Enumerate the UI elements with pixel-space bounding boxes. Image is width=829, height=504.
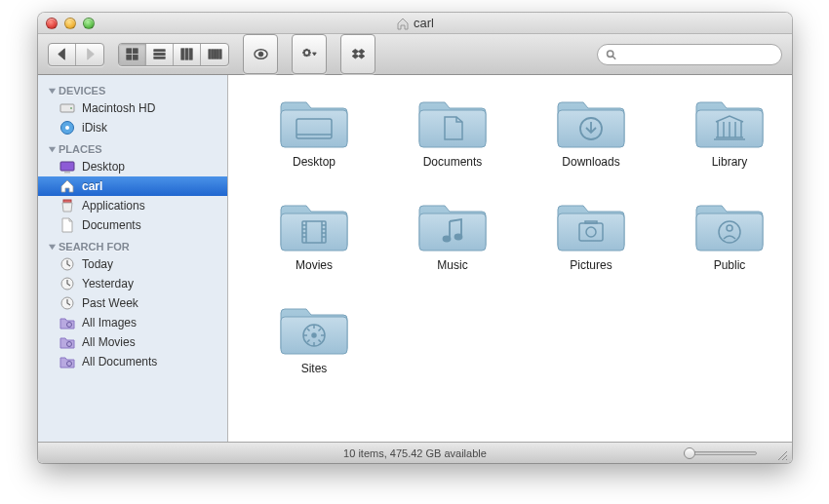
forward-button[interactable]: [76, 44, 103, 65]
sidebar-item-label: Applications: [82, 199, 145, 213]
home-icon: [59, 178, 75, 194]
svg-rect-21: [302, 52, 304, 54]
folder-label: Pictures: [570, 258, 612, 272]
minimize-button[interactable]: [64, 18, 76, 29]
sidebar-item-all-images[interactable]: All Images: [38, 313, 227, 332]
sidebar-item-label: Today: [82, 257, 113, 271]
window-title-text: carl: [414, 16, 434, 30]
folder-label: Library: [712, 155, 748, 169]
folder-label: Desktop: [293, 155, 336, 169]
status-bar: 10 items, 475.42 GB available: [38, 442, 792, 463]
sidebar-item-documents[interactable]: Documents: [38, 215, 227, 235]
toolbar: [38, 34, 792, 75]
zoom-button[interactable]: [83, 18, 95, 29]
smart-folder-icon: [59, 334, 75, 350]
home-icon: [396, 17, 410, 30]
disclosure-triangle-icon: [48, 145, 57, 154]
svg-rect-26: [307, 50, 309, 52]
folder-label: Documents: [423, 155, 483, 169]
search-field[interactable]: [597, 44, 782, 65]
hdd-icon: [59, 100, 75, 116]
view-mode-buttons: [118, 43, 229, 66]
disclosure-triangle-icon: [48, 87, 57, 96]
folder-public[interactable]: Public: [671, 196, 788, 272]
svg-rect-5: [154, 50, 165, 52]
svg-rect-33: [60, 162, 74, 171]
list-view-button[interactable]: [146, 44, 174, 65]
dropbox-button[interactable]: [340, 34, 375, 74]
svg-rect-15: [219, 50, 221, 58]
folder-icon: [417, 93, 488, 149]
sidebar-item-label: Macintosh HD: [82, 101, 155, 115]
svg-point-56: [444, 237, 451, 242]
sidebar: DEVICES Macintosh HD iDisk PLACES Deskto…: [38, 75, 228, 442]
resize-handle[interactable]: [775, 448, 788, 461]
folder-icon: [417, 196, 488, 252]
column-view-button[interactable]: [174, 44, 201, 65]
search-input[interactable]: [620, 49, 773, 60]
folder-icon: [556, 196, 626, 252]
action-menu-button[interactable]: [292, 34, 327, 74]
svg-rect-23: [303, 50, 305, 52]
content-area[interactable]: Desktop Documents Downloads Library Movi: [228, 75, 792, 442]
applications-icon: [59, 198, 75, 213]
folder-downloads[interactable]: Downloads: [533, 93, 650, 169]
sidebar-item-label: All Movies: [82, 335, 136, 349]
sidebar-item-today[interactable]: Today: [38, 254, 227, 274]
sidebar-header-search[interactable]: SEARCH FOR: [38, 235, 227, 254]
sidebar-item-label: carl: [82, 179, 102, 193]
svg-rect-19: [305, 49, 307, 51]
sidebar-item-label: iDisk: [82, 121, 107, 135]
svg-rect-2: [133, 49, 138, 54]
status-text: 10 items, 475.42 GB available: [343, 447, 487, 459]
sidebar-item-all-documents[interactable]: All Documents: [38, 352, 227, 371]
folder-icon: [694, 196, 765, 252]
icon-view-button[interactable]: [119, 44, 146, 65]
svg-line-66: [786, 459, 787, 460]
folder-library[interactable]: Library: [671, 93, 788, 169]
svg-rect-14: [217, 50, 218, 58]
svg-line-28: [612, 56, 615, 58]
sidebar-item-idisk[interactable]: iDisk: [38, 118, 227, 137]
svg-point-17: [258, 52, 263, 57]
folder-pictures[interactable]: Pictures: [533, 196, 650, 272]
svg-rect-1: [127, 49, 132, 54]
sidebar-item-all-movies[interactable]: All Movies: [38, 332, 227, 352]
svg-rect-11: [208, 50, 210, 58]
svg-rect-22: [308, 52, 310, 54]
quicklook-button[interactable]: [243, 34, 278, 74]
folder-sites[interactable]: Sites: [256, 299, 373, 375]
svg-rect-8: [181, 49, 184, 59]
sidebar-item-desktop[interactable]: Desktop: [38, 157, 227, 176]
search-icon: [606, 49, 616, 60]
icon-size-slider[interactable]: [687, 451, 757, 455]
svg-rect-7: [154, 57, 165, 58]
sidebar-item-label: Past Week: [82, 296, 138, 310]
sidebar-header-places[interactable]: PLACES: [38, 137, 227, 157]
sidebar-item-label: Desktop: [82, 160, 125, 174]
sidebar-item-past-week[interactable]: Past Week: [38, 293, 227, 313]
folder-music[interactable]: Music: [394, 196, 511, 272]
sidebar-item-applications[interactable]: Applications: [38, 196, 227, 215]
clock-icon: [59, 276, 75, 291]
sidebar-header-devices[interactable]: DEVICES: [38, 79, 227, 98]
folder-icon: [279, 93, 349, 149]
folder-label: Movies: [296, 258, 333, 272]
close-button[interactable]: [46, 18, 58, 29]
window-title: carl: [38, 16, 792, 30]
sidebar-item-carl[interactable]: carl: [38, 176, 227, 196]
folder-documents[interactable]: Documents: [394, 93, 511, 169]
sidebar-item-label: Documents: [82, 218, 141, 232]
svg-point-57: [455, 235, 462, 240]
svg-line-64: [778, 451, 787, 460]
folder-label: Sites: [301, 362, 328, 375]
folder-desktop[interactable]: Desktop: [256, 93, 373, 169]
folder-movies[interactable]: Movies: [256, 196, 373, 272]
sidebar-item-yesterday[interactable]: Yesterday: [38, 274, 227, 293]
sidebar-item-macintosh-hd[interactable]: Macintosh HD: [38, 98, 227, 118]
coverflow-view-button[interactable]: [201, 44, 228, 65]
svg-point-30: [70, 107, 72, 109]
smart-folder-icon: [59, 315, 75, 330]
titlebar: carl: [38, 13, 792, 34]
back-button[interactable]: [49, 44, 76, 65]
